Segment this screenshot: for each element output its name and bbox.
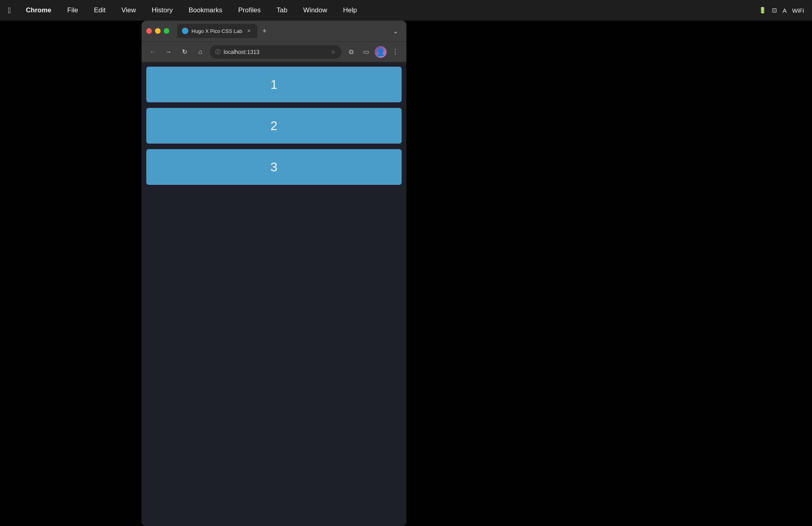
- apple-menu[interactable]: : [8, 6, 11, 15]
- chrome-toolbar: ← → ↻ ⌂ ⓘ localhost:1313 ☆ ⧉ ▭ 👤 ⋮: [142, 41, 406, 62]
- tab-title: Hugo X Pico CSS Lab: [192, 28, 242, 34]
- battery-icon: 🔋: [759, 7, 766, 14]
- more-options-button[interactable]: ⋮: [389, 46, 402, 58]
- menubar-view[interactable]: View: [119, 6, 138, 15]
- chrome-titlebar: 🌐 Hugo X Pico CSS Lab ✕ + ⌄: [142, 21, 406, 41]
- toolbar-right-icons: ⧉ ▭ 👤 ⋮: [345, 46, 402, 58]
- content-box-3: 3: [146, 149, 402, 185]
- address-bar[interactable]: ⓘ localhost:1313 ☆: [210, 45, 341, 59]
- tab-favicon-icon: 🌐: [182, 28, 188, 34]
- active-tab[interactable]: 🌐 Hugo X Pico CSS Lab ✕: [177, 24, 257, 38]
- extensions-button[interactable]: ⧉: [345, 46, 357, 58]
- menubar-file[interactable]: File: [65, 6, 80, 15]
- menubar-edit[interactable]: Edit: [92, 6, 108, 15]
- menubar-bookmarks[interactable]: Bookmarks: [186, 6, 225, 15]
- address-text: localhost:1313: [224, 49, 327, 55]
- menubar-chrome[interactable]: Chrome: [23, 6, 54, 15]
- menubar-help[interactable]: Help: [341, 6, 359, 15]
- maximize-button[interactable]: [164, 28, 169, 34]
- content-box-2: 2: [146, 108, 402, 144]
- menubar-profiles[interactable]: Profiles: [236, 6, 263, 15]
- chrome-window: 🌐 Hugo X Pico CSS Lab ✕ + ⌄ ← → ↻ ⌂ ⓘ lo…: [142, 21, 406, 526]
- tab-bar: 🌐 Hugo X Pico CSS Lab ✕ + ⌄: [177, 24, 402, 38]
- new-tab-button[interactable]: +: [259, 25, 270, 36]
- menubar-window[interactable]: Window: [301, 6, 329, 15]
- minimize-button[interactable]: [155, 28, 161, 34]
- desktop: 🌐 Hugo X Pico CSS Lab ✕ + ⌄ ← → ↻ ⌂ ⓘ lo…: [0, 21, 812, 526]
- tab-dropdown-button[interactable]: ⌄: [389, 25, 402, 37]
- menubar-status-icons: 🔋 ⊡ A WiFi: [759, 7, 804, 14]
- webpage-content: 1 2 3: [142, 62, 406, 526]
- back-button[interactable]: ←: [146, 46, 159, 58]
- reload-button[interactable]: ↻: [178, 46, 191, 58]
- profile-avatar[interactable]: 👤: [375, 46, 387, 58]
- box-2-label: 2: [270, 119, 278, 133]
- close-button[interactable]: [146, 28, 152, 34]
- menubar:  Chrome File Edit View History Bookmark…: [0, 0, 812, 21]
- tab-close-button[interactable]: ✕: [245, 27, 253, 35]
- box-1-label: 1: [270, 77, 278, 92]
- input-icon: A: [783, 7, 787, 14]
- wifi-icon: WiFi: [792, 7, 804, 14]
- screen-icon: ⊡: [772, 7, 777, 14]
- traffic-lights: [146, 28, 169, 34]
- menubar-history[interactable]: History: [149, 6, 175, 15]
- menubar-tab[interactable]: Tab: [274, 6, 289, 15]
- info-icon: ⓘ: [215, 48, 220, 56]
- home-button[interactable]: ⌂: [194, 46, 207, 58]
- sidebar-button[interactable]: ▭: [360, 46, 372, 58]
- content-box-1: 1: [146, 67, 402, 102]
- bookmark-star-icon[interactable]: ☆: [331, 49, 336, 55]
- box-3-label: 3: [270, 160, 278, 175]
- forward-button[interactable]: →: [162, 46, 175, 58]
